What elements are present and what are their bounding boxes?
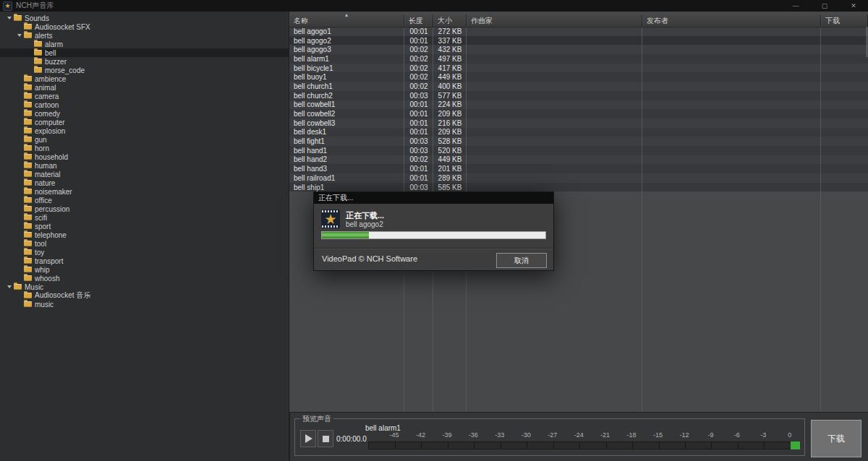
table-row[interactable]: bell alarm100:02497 KB [289,54,868,64]
name-cell: bell fight1 [289,137,404,145]
tree-item-nature[interactable]: nature [0,178,289,187]
length-cell: 00:02 [404,46,433,53]
chevron-down-icon[interactable] [15,34,24,37]
column-header[interactable]: 名称▴ [289,14,404,27]
tree-item-whoosh[interactable]: whoosh [0,274,289,283]
folder-icon [24,215,32,220]
tree-item-label: whoosh [35,275,59,283]
tree-item-comedy[interactable]: comedy [0,109,289,118]
tree-item-whip[interactable]: whip [0,265,289,274]
size-cell: 224 KB [433,100,467,108]
tree-item-sounds[interactable]: Sounds [0,14,289,22]
stop-button[interactable] [318,430,333,447]
table-row[interactable]: bell fight100:03528 KB [289,137,868,146]
tree-item-gun[interactable]: gun [0,135,289,144]
table-row[interactable]: bell ship100:03585 KB [289,183,868,192]
tree-item-audiosocket-sfx[interactable]: Audiosocket SFX [0,22,289,31]
tree-item-percussion[interactable]: percussion [0,204,289,213]
tree-item-telephone[interactable]: telephone [0,231,289,239]
chevron-down-icon[interactable] [5,285,14,288]
meter-tick-label: -30 [522,431,531,439]
table-row[interactable]: bell cowbell100:01224 KB [289,100,868,110]
play-button[interactable] [300,430,316,447]
tree-item-horn[interactable]: horn [0,144,289,152]
column-header[interactable]: 作曲家 [467,14,642,27]
tree-item-camera[interactable]: camera [0,92,289,100]
name-cell: bell desk1 [289,128,404,136]
tree-item-label: music [35,301,54,309]
table-row[interactable]: bell railroad100:01289 KB [289,173,868,183]
column-header[interactable]: 大小 [433,14,467,27]
dialog-heading: 正在下载... [346,210,384,221]
table-header: 名称▴长度大小作曲家发布者下载 [289,14,868,27]
column-header[interactable]: 发布者 [642,14,821,27]
name-cell: bell alarm1 [289,55,404,63]
column-header-label: 名称 [294,16,308,26]
folder-icon [34,41,42,47]
tree-item-sport[interactable]: sport [0,222,289,231]
tree-item-music[interactable]: music [0,300,289,309]
tree-item-alarm[interactable]: alarm [0,40,289,48]
tree-item-noisemaker[interactable]: noisemaker [0,187,289,196]
tree-item-label: household [35,153,68,161]
table-row[interactable]: bell agogo200:01337 KB [289,36,868,46]
chevron-down-icon[interactable] [5,17,14,20]
progress-fill [322,232,369,238]
column-header[interactable]: 长度 [404,14,433,27]
download-button[interactable]: 下载 [811,420,861,457]
tree-item-toy[interactable]: toy [0,248,289,257]
tree-item-explosion[interactable]: explosion [0,126,289,135]
tree-item-buzzer[interactable]: buzzer [0,57,289,66]
tree-indent [0,217,15,218]
column-header[interactable]: 下载 [821,14,868,27]
tree-indent [0,304,15,305]
tree-indent [0,35,15,36]
table-row[interactable]: bell hand100:03520 KB [289,146,868,155]
downloading-item-name: bell agogo2 [346,220,383,228]
tree-indent [0,183,15,184]
tree-indent [0,191,15,192]
dialog-titlebar[interactable]: 正在下载... [314,192,553,204]
tree-item-computer[interactable]: computer [0,118,289,126]
folder-icon [24,163,32,168]
meter-tick-mark [474,442,475,449]
tree-item-tool[interactable]: tool [0,239,289,248]
tree-item-alerts[interactable]: alerts [0,31,289,40]
tree-item-bell[interactable]: bell [0,48,289,57]
tree-item-audiosocket-音乐[interactable]: Audiosocket 音乐 [0,291,289,300]
tree-indent [0,226,15,227]
tree-item-office[interactable]: office [0,196,289,204]
table-row[interactable]: bell cowbell300:01216 KB [289,119,868,128]
tree-indent [0,244,15,244]
size-cell: 209 KB [433,128,467,136]
table-row[interactable]: bell agogo300:02432 KB [289,45,868,54]
cancel-button[interactable]: 取消 [496,253,547,268]
tree-item-ambience[interactable]: ambience [0,74,289,83]
size-cell: 272 KB [433,27,467,35]
table-row[interactable]: bell agogo100:01272 KB [289,27,868,36]
tree-item-label: percussion [35,205,69,213]
tree-item-transport[interactable]: transport [0,257,289,265]
table-row[interactable]: bell hand200:02449 KB [289,155,868,165]
table-row[interactable]: bell bicycle100:02417 KB [289,64,868,73]
table-row[interactable]: bell hand300:01201 KB [289,164,868,173]
table-row[interactable]: bell cowbell200:01209 KB [289,109,868,119]
table-row[interactable]: bell church100:02400 KB [289,82,868,91]
close-button[interactable]: ✕ [839,0,868,12]
table-row[interactable]: bell desk100:01209 KB [289,128,868,137]
tree-item-animal[interactable]: animal [0,83,289,92]
tree-item-morse_code[interactable]: morse_code [0,66,289,74]
tree-item-cartoon[interactable]: cartoon [0,100,289,109]
minimize-button[interactable]: — [781,0,810,12]
maximize-button[interactable]: ▢ [810,0,839,12]
table-row[interactable]: bell church200:03577 KB [289,91,868,100]
tree-item-label: office [35,197,52,204]
tree-item-material[interactable]: material [0,170,289,178]
tree-item-label: comedy [35,110,60,118]
tree-item-household[interactable]: household [0,152,289,161]
tree-item-human[interactable]: human [0,161,289,170]
table-row[interactable]: bell buoy100:02449 KB [289,72,868,82]
tree-item-label: cartoon [35,101,59,109]
tree-item-scifi[interactable]: scifi [0,213,289,222]
tree-item-label: scifi [35,214,47,222]
